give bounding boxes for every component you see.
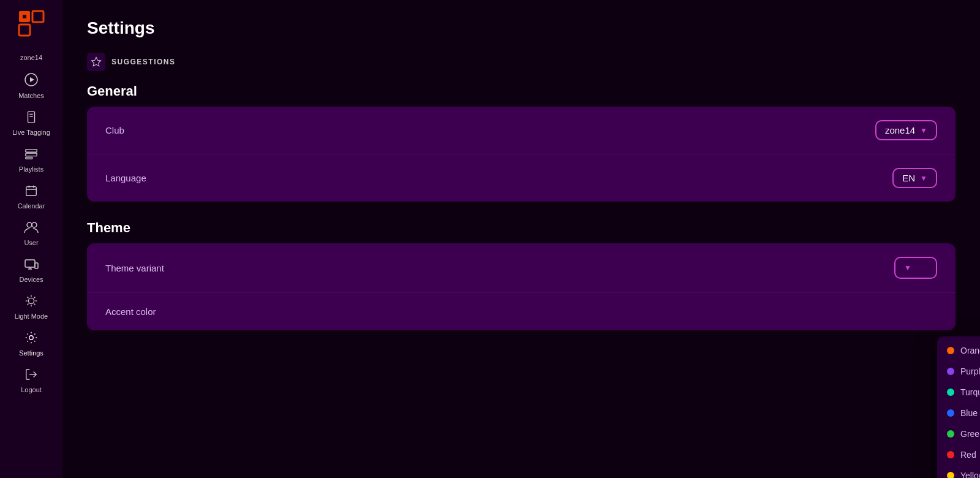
accent-option-green[interactable]: Green [937,423,980,444]
live-tagging-icon [24,110,38,126]
language-dropdown[interactable]: EN ▼ [892,168,937,188]
sidebar-item-light-mode[interactable]: Light Mode [0,288,62,325]
color-dot-orange [947,347,954,354]
accent-option-yellow[interactable]: Yellow [937,465,980,479]
general-settings-card: Club zone14 ▼ Language EN ▼ [87,107,956,202]
color-dot-blue [947,409,954,417]
accent-option-label: Purple [960,366,980,376]
theme-variant-row: Theme variant ▼ [87,243,956,293]
accent-option-orange[interactable]: Orange [937,340,980,361]
app-logo [17,9,46,38]
svg-rect-2 [19,25,30,36]
language-row: Language EN ▼ [87,154,956,202]
svg-rect-10 [26,153,37,156]
sidebar-item-matches[interactable]: Matches [0,66,62,104]
settings-icon [24,331,38,347]
svg-rect-21 [35,263,38,268]
theme-settings-card: Theme variant ▼ Accent color OrangePurpl… [87,243,956,330]
svg-point-16 [27,222,32,227]
accent-option-purple[interactable]: Purple [937,361,980,382]
sidebar-item-user[interactable]: User [0,214,62,251]
light-mode-icon [24,294,38,310]
accent-option-label: Orange [960,346,980,355]
svg-rect-11 [26,157,32,159]
club-row: Club zone14 ▼ [87,107,956,154]
suggestions-banner: SUGGESTIONS [87,53,956,71]
theme-variant-label: Theme variant [105,263,164,273]
accent-option-label: Green [960,429,980,439]
club-dropdown[interactable]: zone14 ▼ [875,120,937,140]
color-dot-red [947,451,954,458]
svg-point-22 [28,298,34,303]
svg-rect-6 [28,112,35,123]
accent-option-label: Yellow [960,471,980,479]
sidebar-username: zone14 [0,48,62,66]
color-dot-yellow [947,472,954,479]
suggestions-icon [87,53,105,71]
accent-option-blue[interactable]: Blue [937,403,980,423]
accent-option-label: Blue [960,408,978,418]
sidebar: zone14 Matches Live Tagging [0,0,62,478]
accent-option-turquoise[interactable]: Turquoise [937,382,980,403]
logout-icon [24,368,38,384]
sidebar-item-settings[interactable]: Settings [0,325,62,362]
accent-option-label: Red [960,450,976,460]
svg-line-28 [34,303,35,305]
language-dropdown-arrow: ▼ [920,174,927,183]
theme-variant-dropdown[interactable]: ▼ [894,257,937,279]
language-value: EN [902,173,915,183]
svg-rect-18 [25,260,35,267]
svg-line-27 [27,297,28,298]
club-label: Club [105,125,124,135]
svg-line-29 [34,297,35,298]
svg-marker-5 [30,77,34,82]
accent-color-menu: OrangePurpleTurquoiseBlueGreenRedYellowP… [937,336,980,479]
svg-rect-9 [26,150,37,153]
sidebar-item-calendar[interactable]: Calendar [0,178,62,214]
svg-rect-1 [32,11,43,22]
playlists-icon [24,147,38,163]
calendar-icon [24,184,38,200]
color-dot-purple [947,368,954,375]
suggestions-label: SUGGESTIONS [111,58,176,66]
svg-rect-12 [26,187,37,196]
sidebar-item-devices[interactable]: Devices [0,251,62,288]
theme-variant-arrow: ▼ [904,264,911,272]
page-title: Settings [87,18,956,38]
language-label: Language [105,173,146,183]
matches-icon [24,72,39,89]
color-dot-turquoise [947,389,954,396]
main-content: Settings SUGGESTIONS General Club zone14… [62,0,980,478]
accent-option-label: Turquoise [960,387,980,397]
general-section-title: General [87,83,956,99]
sidebar-item-live-tagging[interactable]: Live Tagging [0,104,62,141]
svg-point-31 [29,336,33,340]
accent-color-label: Accent color [105,306,156,317]
theme-section-title: Theme [87,220,956,236]
svg-rect-3 [23,15,26,18]
club-dropdown-arrow: ▼ [920,126,927,135]
user-icon [24,221,39,237]
accent-color-row: Accent color OrangePurpleTurquoiseBlueGr… [87,293,956,330]
club-value: zone14 [885,125,915,135]
svg-point-17 [32,222,37,227]
devices-icon [24,257,39,273]
color-dot-green [947,430,954,438]
accent-option-red[interactable]: Red [937,444,980,465]
svg-line-30 [27,303,28,305]
sidebar-item-logout[interactable]: Logout [0,362,62,398]
sidebar-item-playlists[interactable]: Playlists [0,141,62,178]
